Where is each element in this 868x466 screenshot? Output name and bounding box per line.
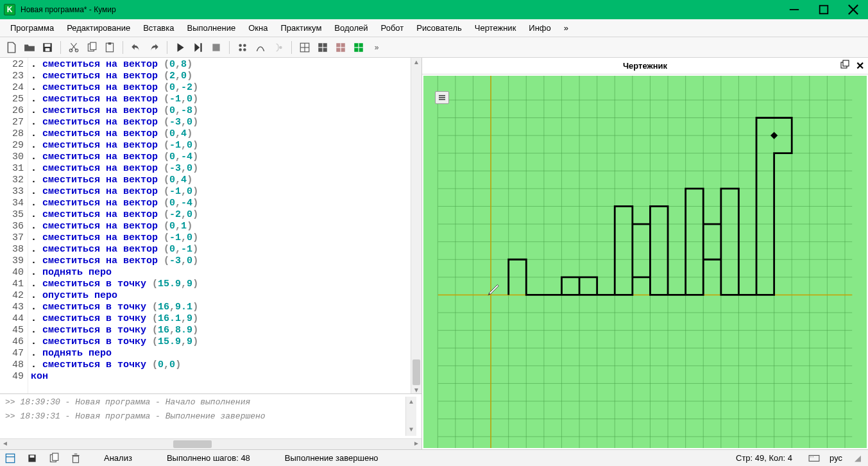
code-editor[interactable]: 22 23 24 25 26 27 28 29 30 31 32 33 34 3…: [0, 58, 421, 393]
svg-rect-92: [73, 456, 79, 462]
statusbar: Анализ Выполнено шагов: 48 Выполнение за…: [0, 449, 868, 466]
menu-водолей[interactable]: Водолей: [328, 21, 374, 35]
drafter-actor-button[interactable]: [351, 40, 366, 55]
menu-выполнение[interactable]: Выполнение: [180, 21, 242, 35]
svg-point-18: [243, 44, 246, 47]
new-file-button[interactable]: [4, 40, 19, 55]
svg-point-21: [279, 46, 282, 49]
svg-rect-35: [843, 60, 849, 66]
svg-point-20: [243, 48, 246, 51]
redo-button[interactable]: [146, 40, 162, 55]
svg-rect-91: [53, 453, 58, 460]
svg-rect-14: [108, 42, 112, 44]
menu-редактирование[interactable]: Редактирование: [60, 21, 137, 35]
actor-button-3[interactable]: [271, 40, 286, 55]
menu-инфо[interactable]: Инфо: [522, 21, 557, 35]
console-line: >> 18:39:31 - Новая программа - Выполнен…: [5, 411, 405, 422]
window-title: Новая программа* - Кумир: [21, 5, 779, 14]
menu-практикум[interactable]: Практикум: [274, 21, 328, 35]
sb-save-button[interactable]: [26, 452, 38, 465]
svg-rect-86: [6, 454, 15, 463]
drafter-title: Чертежник: [623, 61, 667, 71]
copy-button[interactable]: [84, 40, 99, 55]
titlebar: K Новая программа* - Кумир: [0, 0, 868, 19]
editor-scrollbar[interactable]: ▲ ▼: [411, 58, 421, 393]
svg-rect-89: [30, 455, 35, 457]
svg-rect-6: [46, 48, 50, 51]
menu-окна[interactable]: Окна: [242, 21, 274, 35]
drafter-canvas[interactable]: [423, 76, 867, 448]
console-line: >> 18:39:30 - Новая программа - Начало в…: [5, 397, 405, 408]
editor-hscrollbar[interactable]: ◄ ►: [0, 438, 421, 449]
status-cursor-pos: Стр: 49, Кол: 4: [736, 453, 792, 463]
close-button[interactable]: [838, 0, 868, 19]
stop-button[interactable]: [208, 40, 224, 55]
close-panel-button[interactable]: ✕: [856, 60, 864, 72]
svg-point-19: [239, 48, 242, 51]
drafter-panel-header: Чертежник ✕: [422, 58, 868, 74]
resize-grip-icon: ◢: [851, 452, 864, 465]
keyboard-icon[interactable]: [808, 452, 821, 465]
step-button[interactable]: [191, 40, 206, 55]
run-button[interactable]: [173, 40, 188, 55]
paste-button[interactable]: [102, 40, 117, 55]
actor-button-1[interactable]: [235, 40, 250, 55]
status-steps: Выполнено шагов: 48: [154, 453, 263, 463]
menu-»[interactable]: »: [557, 21, 575, 35]
svg-rect-12: [90, 42, 96, 49]
menu-вставка[interactable]: Вставка: [137, 21, 180, 35]
svg-rect-1: [820, 6, 828, 14]
line-gutter: 22 23 24 25 26 27 28 29 30 31 32 33 34 3…: [0, 58, 28, 393]
grid-button-2[interactable]: [315, 40, 330, 55]
menubar: ПрограммаРедактированиеВставкаВыполнение…: [0, 19, 868, 37]
toolbar: »: [0, 37, 868, 58]
undo-button[interactable]: [128, 40, 144, 55]
svg-point-17: [239, 44, 242, 47]
status-analysis: Анализ: [91, 453, 145, 463]
app-icon: K: [4, 4, 15, 15]
save-file-button[interactable]: [40, 40, 55, 55]
menu-рисователь[interactable]: Рисователь: [410, 21, 468, 35]
svg-rect-5: [45, 44, 51, 47]
toolbar-overflow[interactable]: »: [369, 40, 384, 55]
svg-rect-16: [212, 44, 219, 51]
output-console[interactable]: >> 18:39:30 - Новая программа - Начало в…: [0, 393, 421, 438]
sb-copy-button[interactable]: [47, 452, 60, 465]
status-exec: Выполнение завершено: [272, 453, 391, 463]
code-content[interactable]: . сместиться на вектор (0,8) . сместитьс…: [28, 58, 411, 393]
actor-button-2[interactable]: [253, 40, 268, 55]
svg-rect-15: [200, 43, 201, 52]
status-lang[interactable]: рус: [830, 453, 842, 463]
menu-программа[interactable]: Программа: [4, 21, 60, 35]
canvas-menu-button[interactable]: [435, 91, 449, 104]
console-scrollbar[interactable]: ▲ ▼: [405, 397, 416, 436]
maximize-button[interactable]: [809, 0, 838, 19]
sb-layout-button[interactable]: [4, 452, 17, 465]
minimize-button[interactable]: [779, 0, 809, 19]
sb-delete-button[interactable]: [69, 452, 82, 465]
robot-actor-button[interactable]: [333, 40, 348, 55]
detach-panel-button[interactable]: [840, 60, 849, 72]
cut-button[interactable]: [66, 40, 81, 55]
open-file-button[interactable]: [22, 40, 37, 55]
menu-чертежник[interactable]: Чертежник: [468, 21, 523, 35]
grid-button-1[interactable]: [297, 40, 312, 55]
svg-rect-95: [809, 455, 819, 461]
menu-робот[interactable]: Робот: [375, 21, 411, 35]
